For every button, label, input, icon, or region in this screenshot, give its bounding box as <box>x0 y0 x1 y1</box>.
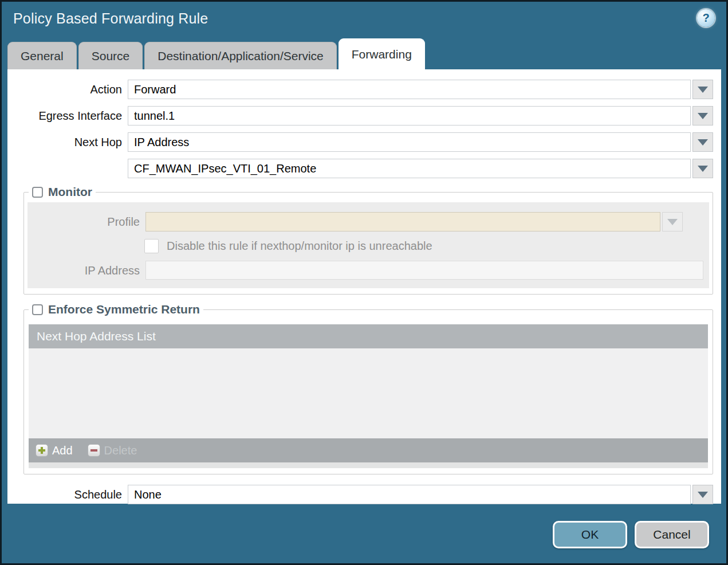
tab-bar: General Source Destination/Application/S… <box>7 35 721 69</box>
schedule-label: Schedule <box>7 488 128 501</box>
schedule-dropdown-button[interactable] <box>692 485 713 504</box>
table-toolbar: Add Delete <box>29 438 708 462</box>
profile-field <box>145 212 660 232</box>
egress-interface-field[interactable] <box>128 106 691 125</box>
help-icon[interactable]: ? <box>697 9 715 27</box>
cancel-button[interactable]: Cancel <box>635 521 709 548</box>
chevron-down-icon <box>698 166 708 172</box>
profile-label: Profile <box>27 215 145 229</box>
tab-source[interactable]: Source <box>78 42 143 69</box>
ok-button[interactable]: OK <box>553 521 627 548</box>
symmetric-return-checkbox[interactable] <box>32 304 43 315</box>
delete-icon <box>88 444 100 457</box>
monitor-ip-address-label: IP Address <box>27 264 145 277</box>
disable-rule-checkbox <box>144 239 159 253</box>
schedule-field[interactable] <box>128 485 691 504</box>
monitor-legend: Monitor <box>29 185 96 199</box>
disable-rule-row: Disable this rule if nexthop/monitor ip … <box>144 239 709 253</box>
tab-destination-application-service[interactable]: Destination/Application/Service <box>144 42 337 69</box>
table-header: Next Hop Address List <box>29 324 708 348</box>
schedule-row: Schedule <box>7 485 721 504</box>
monitor-panel: Profile Disable this rule if nexthop/mon… <box>27 202 709 288</box>
monitor-ip-address-field <box>145 261 703 280</box>
symmetric-return-section: Enforce Symmetric Return Next Hop Addres… <box>23 303 713 474</box>
chevron-down-icon <box>698 492 708 498</box>
add-button-label: Add <box>52 444 73 457</box>
monitor-label: Monitor <box>48 185 92 199</box>
chevron-down-icon <box>698 139 708 146</box>
add-button[interactable]: Add <box>36 444 73 457</box>
tab-content-forwarding: Action Egress Interface Next Hop <box>7 69 721 504</box>
dialog-titlebar: Policy Based Forwarding Rule ? <box>2 2 726 35</box>
monitor-checkbox[interactable] <box>32 187 43 198</box>
next-hop-type-field[interactable] <box>128 132 691 152</box>
next-hop-row: Next Hop <box>7 132 721 152</box>
next-hop-type-dropdown-button[interactable] <box>692 132 713 152</box>
table-header-label: Next Hop Address List <box>37 329 156 343</box>
chevron-down-icon <box>667 219 678 225</box>
next-hop-address-list-table: Next Hop Address List Add Delete <box>29 324 708 468</box>
action-row: Action <box>7 80 721 99</box>
egress-interface-label: Egress Interface <box>7 109 128 123</box>
action-label: Action <box>7 83 128 96</box>
table-body-empty[interactable] <box>29 348 708 438</box>
next-hop-address-dropdown-button[interactable] <box>692 159 713 178</box>
egress-interface-row: Egress Interface <box>7 106 721 125</box>
action-dropdown-button[interactable] <box>692 80 713 99</box>
action-field[interactable] <box>128 80 691 99</box>
symmetric-return-label: Enforce Symmetric Return <box>48 303 200 316</box>
chevron-down-icon <box>698 87 708 93</box>
tab-general[interactable]: General <box>7 42 77 69</box>
next-hop-label: Next Hop <box>7 136 128 149</box>
monitor-section: Monitor Profile Disable this rule if nex… <box>23 185 713 295</box>
dialog-footer: OK Cancel <box>2 505 726 563</box>
table-scrollbar-track[interactable] <box>29 462 708 468</box>
monitor-ip-address-row: IP Address <box>27 261 709 280</box>
delete-button-label: Delete <box>104 444 137 457</box>
dialog-title: Policy Based Forwarding Rule <box>13 10 208 27</box>
tab-forwarding[interactable]: Forwarding <box>339 38 425 69</box>
next-hop-address-field[interactable] <box>128 159 691 178</box>
add-icon <box>36 444 48 457</box>
policy-based-forwarding-dialog: Policy Based Forwarding Rule ? General S… <box>0 0 728 565</box>
profile-dropdown-button <box>662 212 683 232</box>
next-hop-address-row <box>7 159 721 178</box>
egress-interface-dropdown-button[interactable] <box>692 106 713 125</box>
profile-row: Profile <box>27 212 709 232</box>
chevron-down-icon <box>698 113 708 119</box>
disable-rule-label: Disable this rule if nexthop/monitor ip … <box>167 240 432 253</box>
delete-button: Delete <box>88 444 137 457</box>
symmetric-return-legend: Enforce Symmetric Return <box>29 303 203 316</box>
